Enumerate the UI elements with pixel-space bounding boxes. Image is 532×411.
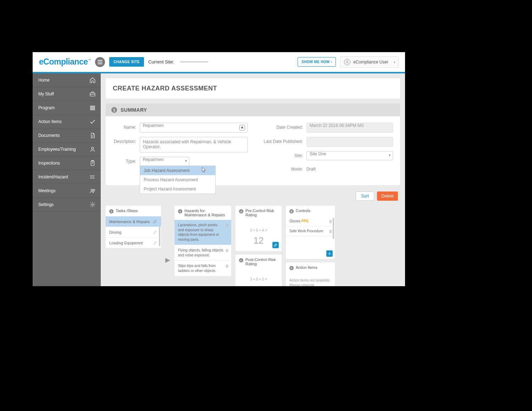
- type-option[interactable]: Process Hazard Assessment: [140, 175, 215, 184]
- type-field-label: Type:: [113, 157, 136, 164]
- svg-point-9: [91, 177, 92, 177]
- last-published-field: [306, 137, 393, 147]
- summary-form: Name: Repairmen Description: Hazards ass…: [106, 116, 400, 185]
- mode-field-label: Mode:: [258, 165, 303, 172]
- date-created-label: Date Created:: [258, 123, 303, 130]
- section-letter-badge: B: [289, 209, 294, 213]
- controls-panel: B Controls Gloves PPE 🗑 Safe Work Proced…: [286, 206, 335, 259]
- site-field-label: Site:: [258, 151, 303, 158]
- trash-icon[interactable]: 🗑: [225, 248, 229, 253]
- svg-rect-2: [90, 106, 95, 107]
- hazard-item[interactable]: Lacerations, pinch points and exposure t…: [174, 220, 231, 245]
- sidebar-item-documents[interactable]: Documents: [33, 129, 101, 143]
- document-icon: [89, 132, 96, 139]
- sidebar-item-label: Program: [38, 105, 55, 110]
- rating-formula: 3 + 5 + 2 =: [239, 277, 278, 281]
- section-letter-badge: C: [239, 258, 243, 262]
- sidebar-item-label: Documents: [38, 133, 60, 138]
- site-select[interactable]: Site One ▾: [306, 151, 393, 160]
- sidebar-item-label: Meetings: [38, 188, 56, 193]
- hamburger-menu-icon[interactable]: [95, 57, 105, 67]
- hazards-panel: 3 Hazards for: Maintenance & Repairs Lac…: [174, 206, 231, 276]
- panel-title: Tasks /Steps: [116, 209, 138, 213]
- task-item[interactable]: Loading Equipemnt: [106, 238, 161, 248]
- group-icon: [89, 188, 96, 194]
- task-item[interactable]: Maintenance & Repairs: [106, 216, 161, 227]
- trash-icon[interactable]: 🗑: [329, 219, 333, 223]
- name-field-label: Name:: [113, 123, 136, 130]
- sidebar-item-home[interactable]: Home: [33, 73, 101, 87]
- sidebar-item-incident[interactable]: Incident/Hazard: [33, 170, 101, 184]
- app-window: eCompliance™ CHANGE SITE Current Site: S…: [33, 52, 405, 286]
- section-letter-badge: D: [289, 266, 294, 270]
- svg-point-0: [347, 61, 348, 62]
- edit-icon[interactable]: [153, 230, 157, 234]
- section-letter-badge: A: [239, 209, 243, 213]
- type-option[interactable]: Project Hazard Assessment: [140, 184, 215, 194]
- svg-point-10: [91, 178, 92, 179]
- brand-logo: eCompliance™: [39, 57, 91, 67]
- user-menu-dropdown[interactable]: eCompliance User ▾: [340, 56, 399, 68]
- chevron-down-icon: ▾: [185, 159, 187, 163]
- control-item[interactable]: Gloves PPE 🗑: [286, 216, 335, 226]
- list-icon: [89, 174, 96, 180]
- sidebar-item-inspections[interactable]: Inspections: [33, 156, 101, 170]
- show-me-how-button[interactable]: SHOW ME HOW ›: [298, 57, 336, 67]
- sidebar-item-program[interactable]: Program: [33, 101, 101, 115]
- last-published-label: Last Date Published:: [258, 137, 303, 144]
- edit-rating-button[interactable]: [272, 242, 279, 248]
- trash-icon[interactable]: 🗑: [329, 229, 333, 233]
- svg-point-11: [91, 189, 93, 191]
- panel-title: Pre-Control Risk Rating: [245, 209, 278, 217]
- task-item[interactable]: Driving: [106, 227, 161, 238]
- control-item[interactable]: Safe Work Procedure 🗑: [286, 226, 335, 236]
- sidebar-item-action-items[interactable]: Action Items: [33, 115, 101, 129]
- svg-rect-1: [90, 93, 95, 96]
- sidebar-item-settings[interactable]: Settings: [33, 198, 101, 212]
- cursor-icon: [202, 167, 207, 174]
- step-number-badge: 3: [178, 209, 182, 213]
- change-site-button[interactable]: CHANGE SITE: [109, 57, 144, 67]
- avatar-icon: [344, 59, 350, 65]
- step-number-badge: 2: [109, 209, 113, 213]
- sidebar-item-label: My Stuff: [38, 91, 54, 96]
- sidebar-item-label: Action Items: [38, 119, 62, 124]
- trash-icon[interactable]: 🗑: [225, 223, 229, 228]
- sidebar-item-employees[interactable]: Employees/Training: [33, 143, 101, 156]
- add-control-button[interactable]: +: [326, 250, 333, 257]
- delete-button[interactable]: Delete: [377, 191, 398, 201]
- brand-tm: ™: [88, 59, 91, 62]
- sidebar-item-label: Home: [38, 78, 50, 83]
- panel-title: Hazards for: Maintenance & Repairs: [184, 209, 225, 217]
- sort-button[interactable]: Sort: [356, 191, 374, 201]
- panel-title: Post-Control Risk Rating: [245, 257, 278, 266]
- date-created-field: March 22 2016 06:34PM MS: [306, 123, 393, 133]
- person-icon: [89, 146, 96, 152]
- hazard-item[interactable]: Slips trips and falls from ladders or ot…: [174, 261, 231, 276]
- page-header: CREATE HAZARD ASSESSMENT: [106, 78, 400, 99]
- rating-formula: 3 + 5 + 4 =: [239, 228, 278, 232]
- home-icon: [89, 77, 96, 83]
- post-control-rating-panel: C Post-Control Risk Rating 3 + 5 + 2 = 1…: [235, 255, 282, 286]
- svg-point-8: [91, 176, 92, 176]
- panel-title: Controls: [296, 209, 310, 213]
- gear-icon: [89, 201, 96, 208]
- sidebar-item-meetings[interactable]: Meetings: [33, 184, 101, 198]
- briefcase-icon: [89, 91, 96, 97]
- description-textarea[interactable]: Hazards associated with Repairman, & Veh…: [140, 137, 248, 152]
- chevron-down-icon: ▾: [394, 60, 395, 64]
- sidebar-item-label: Incident/Hazard: [38, 174, 68, 179]
- sidebar-item-my-stuff[interactable]: My Stuff: [33, 87, 101, 101]
- hazard-item[interactable]: Flying objects, falling objects and nois…: [174, 245, 231, 261]
- svg-point-12: [93, 189, 95, 191]
- edit-icon[interactable]: [153, 240, 157, 245]
- edit-icon[interactable]: [153, 219, 157, 224]
- brand-name: eCompliance: [39, 57, 88, 66]
- topbar: eCompliance™ CHANGE SITE Current Site: S…: [33, 52, 405, 72]
- type-option[interactable]: Job Hazard Assessment: [140, 166, 215, 175]
- svg-point-5: [92, 147, 94, 149]
- type-select[interactable]: Repairmen ▾: [140, 157, 189, 166]
- sidebar-item-label: Employees/Training: [38, 147, 76, 152]
- trash-icon[interactable]: 🗑: [225, 263, 229, 269]
- name-input[interactable]: Repairmen: [140, 123, 248, 133]
